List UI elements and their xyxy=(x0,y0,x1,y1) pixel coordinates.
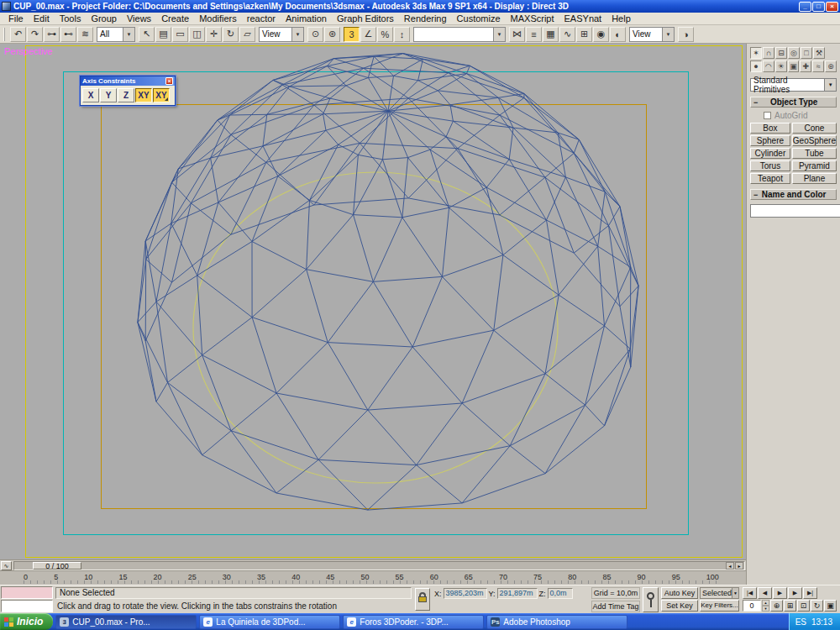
zoom-button[interactable]: ⊕ xyxy=(770,600,783,612)
current-frame-field[interactable]: 0 xyxy=(743,600,761,612)
y-coordinate-field[interactable]: 291,897m xyxy=(497,588,538,599)
select-by-name-icon[interactable]: ▤ xyxy=(155,27,171,42)
arc-rotate-button[interactable]: ↻ xyxy=(811,600,823,612)
category-helpers[interactable]: ✚ xyxy=(800,60,811,72)
render-scene-dialog-icon[interactable]: ◐ xyxy=(610,27,626,42)
category-systems[interactable]: ⊛ xyxy=(825,60,837,72)
unlink-selection-icon[interactable]: ⊷ xyxy=(60,27,76,42)
cone-button[interactable]: Cone xyxy=(792,123,837,134)
menu-item[interactable]: Create xyxy=(156,13,194,24)
menu-item[interactable]: Customize xyxy=(452,13,506,24)
axis-constraints-dialog[interactable]: Axis Constraints × XYZXYXY xyxy=(80,76,176,106)
maximize-button[interactable]: □ xyxy=(812,2,825,12)
name-and-color-rollout[interactable]: − Name and Color xyxy=(750,189,837,200)
snap-toggle-3d-icon[interactable]: 3 xyxy=(344,27,360,42)
zoom-region-button[interactable]: ⊡ xyxy=(797,600,810,612)
material-editor-icon[interactable]: ◉ xyxy=(593,27,609,42)
align-icon[interactable]: ≡ xyxy=(526,27,542,42)
object-type-rollout[interactable]: − Object Type xyxy=(750,97,837,108)
taskbar-task-button[interactable]: 3 CUP_00.max - Pro... xyxy=(55,615,197,629)
curve-editor-icon[interactable]: ∿ xyxy=(559,27,575,42)
listener-script-row[interactable] xyxy=(1,600,53,612)
set-key-button[interactable]: Set Key xyxy=(661,600,698,612)
time-slider-thumb[interactable]: 0 / 100 xyxy=(33,562,81,570)
schematic-view-icon[interactable]: ⊞ xyxy=(576,27,592,42)
menu-item[interactable]: Animation xyxy=(281,13,332,24)
menu-item[interactable]: MAXScript xyxy=(506,13,559,24)
play-animation-button[interactable]: ▶ xyxy=(773,587,787,599)
spinner-snap-toggle-icon[interactable]: ↕ xyxy=(394,27,410,42)
restrict-x-button[interactable]: X xyxy=(82,88,99,102)
menu-item[interactable]: File xyxy=(3,13,29,24)
tube-button[interactable]: Tube xyxy=(792,148,837,159)
selection-lock-toggle[interactable] xyxy=(415,588,430,611)
next-frame-button[interactable]: ▶ xyxy=(788,587,802,599)
layer-manager-icon[interactable]: ▦ xyxy=(543,27,559,42)
autogrid-checkbox[interactable] xyxy=(764,112,771,119)
restrict-plane-flyout-button[interactable]: XY xyxy=(153,88,170,102)
restrict-y-button[interactable]: Y xyxy=(100,88,117,102)
previous-frame-button[interactable]: ◀ xyxy=(758,587,772,599)
menu-item[interactable]: Tools xyxy=(55,13,87,24)
toolbar-grip[interactable] xyxy=(3,28,7,41)
menu-item[interactable]: Modifiers xyxy=(194,13,242,24)
taskbar-task-button[interactable]: e Foros 3DPoder. - 3DP... xyxy=(343,615,484,629)
select-and-move-icon[interactable]: ✛ xyxy=(206,27,222,42)
restrict-z-button[interactable]: Z xyxy=(118,88,134,102)
torus-button[interactable]: Torus xyxy=(750,160,790,171)
zoom-extents-button[interactable]: ⊞ xyxy=(784,600,796,612)
select-and-manipulate-icon[interactable]: ⊛ xyxy=(324,27,340,42)
auto-key-button[interactable]: Auto Key xyxy=(661,587,698,599)
category-space-warps[interactable]: ≈ xyxy=(812,60,824,72)
mirror-icon[interactable]: ⋈ xyxy=(509,27,525,42)
menu-item[interactable]: Views xyxy=(122,13,156,24)
perspective-viewport[interactable]: Perspective Axis Constraints × XYZXYXY xyxy=(0,44,746,559)
time-slider-track[interactable]: 0 / 100 ◂ ▸ xyxy=(13,561,745,570)
sphere-button[interactable]: Sphere xyxy=(750,135,790,146)
menu-item[interactable]: Rendering xyxy=(399,13,452,24)
close-icon[interactable]: × xyxy=(165,77,173,85)
track-bar[interactable]: 0510152025303540455055606570758085909510… xyxy=(0,570,746,585)
key-filters-button[interactable]: Key Filters... xyxy=(700,600,739,612)
bind-to-space-warp-icon[interactable]: ≋ xyxy=(77,27,93,42)
named-selection-sets-dropdown[interactable]: ▼ xyxy=(413,27,506,42)
menu-item[interactable]: Graph Editors xyxy=(332,13,399,24)
set-keys-button[interactable] xyxy=(643,587,659,612)
undo-icon[interactable]: ↶ xyxy=(10,27,26,42)
redo-icon[interactable]: ↷ xyxy=(27,27,43,42)
menu-item[interactable]: Help xyxy=(606,13,636,24)
rectangular-selection-region-icon[interactable]: ▭ xyxy=(172,27,188,42)
tab-display[interactable]: □ xyxy=(801,47,812,59)
use-pivot-point-center-icon[interactable]: ⊙ xyxy=(307,27,323,42)
select-and-rotate-icon[interactable]: ↻ xyxy=(223,27,239,42)
select-and-scale-icon[interactable]: ▱ xyxy=(239,27,255,42)
menu-item[interactable]: Group xyxy=(86,13,122,24)
select-object-icon[interactable]: ↖ xyxy=(139,27,155,42)
listener-macro-row[interactable] xyxy=(1,586,53,599)
restrict-xy-plane-button[interactable]: XY xyxy=(135,88,152,102)
next-frame-arrow[interactable]: ▸ xyxy=(735,562,743,570)
tab-modify[interactable]: ∩ xyxy=(763,47,774,59)
tab-motion[interactable]: ◎ xyxy=(788,47,800,59)
viewport-label[interactable]: Perspective xyxy=(4,46,52,56)
category-geometry[interactable]: ● xyxy=(750,60,762,72)
maximize-viewport-toggle-button[interactable]: ▣ xyxy=(824,600,837,612)
start-button[interactable]: Inicio xyxy=(0,613,53,630)
tab-utilities[interactable]: ⚒ xyxy=(813,47,825,59)
percent-snap-toggle-icon[interactable]: % xyxy=(377,27,393,42)
tab-create[interactable]: ✶ xyxy=(750,47,762,59)
close-button[interactable]: × xyxy=(826,2,838,12)
category-shapes[interactable]: ◠ xyxy=(763,60,774,72)
geosphere-button[interactable]: GeoSphere xyxy=(792,135,837,146)
menu-item[interactable]: reactor xyxy=(242,13,281,24)
add-time-tag-button[interactable]: Add Time Tag xyxy=(591,601,640,612)
select-and-link-icon[interactable]: ⊶ xyxy=(44,27,60,42)
language-indicator[interactable]: ES xyxy=(795,617,806,627)
cylinder-button[interactable]: Cylinder xyxy=(750,148,790,159)
open-mini-curve-editor-button[interactable]: ∿ xyxy=(1,561,12,570)
tab-hierarchy[interactable]: ⊟ xyxy=(775,47,787,59)
angle-snap-toggle-icon[interactable]: ∠ xyxy=(360,27,376,42)
menu-item[interactable]: EASYnat xyxy=(559,13,607,24)
frame-spinner[interactable]: ▲▼ xyxy=(762,600,769,612)
selection-filter-dropdown[interactable]: All ▼ xyxy=(97,27,135,42)
